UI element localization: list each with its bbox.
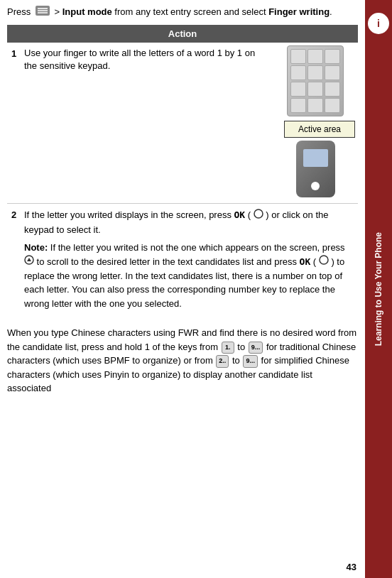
scroll-icon — [24, 255, 34, 269]
bottom-text-2: to — [237, 342, 245, 352]
active-area-box: Active area — [284, 121, 355, 138]
table-row: 2 If the letter you writed displays in t… — [7, 204, 358, 315]
top-instruction: Press > Input mode from any text entry s… — [7, 6, 358, 19]
row-1-content: Use your finger to write all the letters… — [21, 43, 273, 204]
svg-point-7 — [320, 256, 328, 264]
page-number: 43 — [347, 562, 356, 572]
note-label: Note: — [24, 242, 48, 253]
table-row: 1 Use your finger to write all the lette… — [7, 43, 358, 204]
row-2-main: If the letter you writed displays in the… — [24, 208, 355, 236]
side-tab-label: Learning to Use Your Phone — [374, 232, 383, 346]
finger-writing-label: Finger writing — [268, 6, 330, 17]
phone-button — [311, 182, 320, 190]
instruction-middle: > Input mode from any text entry screen … — [54, 6, 332, 17]
action-table: Action 1 Use your finger to write all th… — [7, 25, 358, 315]
row-2-number: 2 — [7, 204, 21, 315]
key-2: 9... — [249, 342, 263, 354]
row-1-image: Active area — [273, 43, 358, 204]
menu-icon — [36, 6, 50, 19]
keypad-image — [287, 45, 344, 116]
circle-icon-2 — [319, 255, 329, 269]
key-4: 9... — [243, 355, 258, 368]
svg-point-4 — [254, 209, 263, 218]
main-content: Press > Input mode from any text entry s… — [0, 0, 365, 401]
svg-marker-6 — [27, 258, 31, 261]
table-header: Action — [7, 25, 358, 43]
side-tab: i Learning to Use Your Phone — [365, 0, 392, 578]
press-label: Press — [7, 6, 31, 17]
info-icon: i — [368, 13, 389, 34]
row-1-number: 1 — [7, 43, 21, 204]
row-2-content: If the letter you writed displays in the… — [21, 204, 358, 315]
circle-icon — [254, 209, 263, 223]
key-1: 1. — [222, 342, 234, 354]
bottom-paragraph: When you type Chinese characters using F… — [7, 326, 358, 396]
phone-image — [296, 141, 335, 197]
key-3: 2.. — [216, 355, 229, 368]
active-area-label: Active area — [298, 124, 341, 134]
bottom-text-4: to — [232, 355, 240, 366]
phone-screen — [303, 149, 328, 167]
